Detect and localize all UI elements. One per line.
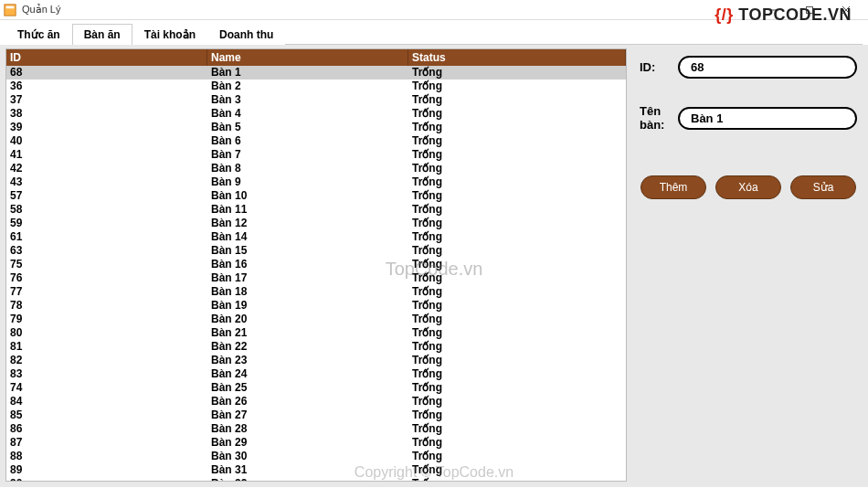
cell-id: 75 <box>6 258 207 271</box>
cell-id: 37 <box>6 93 207 107</box>
id-input[interactable] <box>678 56 857 79</box>
table-row[interactable]: 41Bàn 7Trống <box>6 148 626 162</box>
cell-status: Trống <box>408 463 626 477</box>
tab-2[interactable]: Tài khoản <box>132 24 207 45</box>
table-row[interactable]: 88Bàn 30Trống <box>6 450 626 463</box>
cell-id: 43 <box>6 175 207 189</box>
table-row[interactable]: 40Bàn 6Trống <box>6 134 626 148</box>
cell-name: Bàn 14 <box>207 230 408 244</box>
cell-status: Trống <box>408 326 626 340</box>
cell-id: 68 <box>6 66 207 80</box>
cell-status: Trống <box>408 134 626 148</box>
table-row[interactable]: 84Bàn 26Trống <box>6 395 626 408</box>
table-row[interactable]: 57Bàn 10Trống <box>6 189 626 203</box>
cell-id: 74 <box>6 381 207 395</box>
logo-watermark: {/} TOPCODE.VN <box>715 5 852 25</box>
cell-id: 81 <box>6 340 207 354</box>
cell-id: 63 <box>6 244 207 258</box>
table-row[interactable]: 42Bàn 8Trống <box>6 162 626 175</box>
table-row[interactable]: 90Bàn 32Trống <box>6 477 626 481</box>
table-row[interactable]: 85Bàn 27Trống <box>6 408 626 422</box>
cell-id: 42 <box>6 162 207 175</box>
cell-status: Trống <box>408 367 626 381</box>
name-input[interactable] <box>678 107 857 130</box>
table-row[interactable]: 83Bàn 24Trống <box>6 367 626 381</box>
cell-name: Bàn 10 <box>207 189 408 203</box>
cell-status: Trống <box>408 354 626 367</box>
table-row[interactable]: 61Bàn 14Trống <box>6 230 626 244</box>
grid-body[interactable]: 68Bàn 1Trống36Bàn 2Trống37Bàn 3Trống38Bà… <box>6 66 626 481</box>
table-row[interactable]: 38Bàn 4Trống <box>6 107 626 121</box>
tab-1[interactable]: Bàn ăn <box>72 24 132 45</box>
cell-name: Bàn 22 <box>207 340 408 354</box>
cell-id: 41 <box>6 148 207 162</box>
cell-status: Trống <box>408 436 626 450</box>
table-row[interactable]: 39Bàn 5Trống <box>6 121 626 134</box>
side-panel: ID: Tên bàn: Thêm Xóa Sửa <box>634 48 863 482</box>
cell-name: Bàn 1 <box>207 66 408 80</box>
cell-name: Bàn 3 <box>207 93 408 107</box>
cell-id: 90 <box>6 477 207 481</box>
cell-status: Trống <box>408 244 626 258</box>
tab-3[interactable]: Doanh thu <box>207 24 285 45</box>
table-row[interactable]: 59Bàn 12Trống <box>6 217 626 230</box>
table-row[interactable]: 78Bàn 19Trống <box>6 299 626 313</box>
table-row[interactable]: 63Bàn 15Trống <box>6 244 626 258</box>
cell-status: Trống <box>408 422 626 436</box>
cell-id: 82 <box>6 354 207 367</box>
col-name[interactable]: Name <box>207 49 408 66</box>
cell-name: Bàn 15 <box>207 244 408 258</box>
cell-status: Trống <box>408 175 626 189</box>
cell-id: 40 <box>6 134 207 148</box>
table-row[interactable]: 76Bàn 17Trống <box>6 271 626 285</box>
table-row[interactable]: 37Bàn 3Trống <box>6 93 626 107</box>
cell-id: 89 <box>6 463 207 477</box>
cell-name: Bàn 30 <box>207 450 408 463</box>
table-row[interactable]: 36Bàn 2Trống <box>6 80 626 93</box>
cell-status: Trống <box>408 271 626 285</box>
cell-id: 36 <box>6 80 207 93</box>
id-field-row: ID: <box>640 56 857 79</box>
cell-name: Bàn 4 <box>207 107 408 121</box>
name-field-row: Tên bàn: <box>640 104 857 132</box>
table-row[interactable]: 43Bàn 9Trống <box>6 175 626 189</box>
col-id[interactable]: ID <box>6 49 207 66</box>
cell-name: Bàn 24 <box>207 367 408 381</box>
table-row[interactable]: 82Bàn 23Trống <box>6 354 626 367</box>
cell-status: Trống <box>408 93 626 107</box>
tab-0[interactable]: Thức ăn <box>5 24 72 45</box>
add-button[interactable]: Thêm <box>640 175 706 199</box>
cell-status: Trống <box>408 408 626 422</box>
cell-status: Trống <box>408 230 626 244</box>
cell-id: 59 <box>6 217 207 230</box>
cell-name: Bàn 23 <box>207 354 408 367</box>
window-title: Quản Lý <box>22 4 60 16</box>
logo-brace-icon: {/} <box>715 5 734 24</box>
edit-button[interactable]: Sửa <box>790 175 856 199</box>
cell-id: 58 <box>6 203 207 217</box>
name-label: Tên bàn: <box>640 104 671 132</box>
table-row[interactable]: 68Bàn 1Trống <box>6 66 626 80</box>
cell-name: Bàn 32 <box>207 477 408 481</box>
cell-name: Bàn 25 <box>207 381 408 395</box>
cell-status: Trống <box>408 285 626 299</box>
table-row[interactable]: 74Bàn 25Trống <box>6 381 626 395</box>
table-row[interactable]: 79Bàn 20Trống <box>6 313 626 326</box>
table-row[interactable]: 86Bàn 28Trống <box>6 422 626 436</box>
table-row[interactable]: 77Bàn 18Trống <box>6 285 626 299</box>
delete-button[interactable]: Xóa <box>715 175 781 199</box>
cell-name: Bàn 5 <box>207 121 408 134</box>
cell-id: 85 <box>6 408 207 422</box>
cell-status: Trống <box>408 450 626 463</box>
table-row[interactable]: 80Bàn 21Trống <box>6 326 626 340</box>
cell-name: Bàn 27 <box>207 408 408 422</box>
table-row[interactable]: 58Bàn 11Trống <box>6 203 626 217</box>
cell-name: Bàn 18 <box>207 285 408 299</box>
cell-status: Trống <box>408 258 626 271</box>
table-row[interactable]: 81Bàn 22Trống <box>6 340 626 354</box>
table-row[interactable]: 87Bàn 29Trống <box>6 436 626 450</box>
cell-id: 87 <box>6 436 207 450</box>
table-row[interactable]: 89Bàn 31Trống <box>6 463 626 477</box>
col-status[interactable]: Status <box>408 49 626 66</box>
table-row[interactable]: 75Bàn 16Trống <box>6 258 626 271</box>
